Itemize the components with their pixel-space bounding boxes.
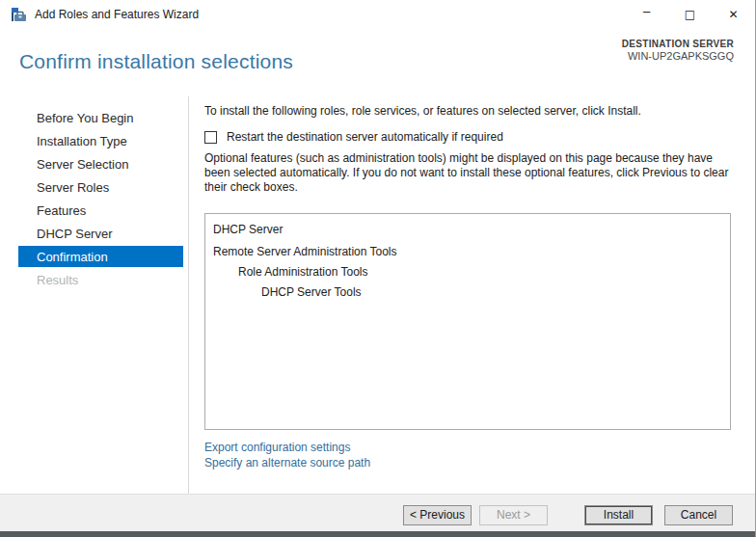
selected-features-listbox: DHCP Server Remote Server Administration… [204,213,731,430]
page-title: Confirm installation selections [19,50,293,73]
previous-button[interactable]: < Previous [403,505,472,525]
wizard-sidebar: Before You Begin Installation Type Serve… [0,96,189,494]
sidebar-item-features[interactable]: Features [18,199,183,222]
tree-item-rsat: Remote Server Administration Tools [213,242,722,262]
sidebar-item-dhcp-server[interactable]: DHCP Server [18,222,183,245]
destination-server-block: DESTINATION SERVER WIN-UP2GAPKSGGQ [622,38,734,63]
close-button[interactable]: ✕ [712,0,755,29]
toolbox-icon [11,7,27,22]
maximize-button[interactable]: □ [668,0,712,29]
sidebar-item-server-selection[interactable]: Server Selection [18,152,183,175]
wizard-content: To install the following roles, role ser… [190,96,755,494]
sidebar-item-before-you-begin[interactable]: Before You Begin [18,106,183,129]
restart-checkbox[interactable] [204,131,217,144]
install-button[interactable]: Install [584,505,653,525]
title-bar: Add Roles and Features Wizard ─ □ ✕ [0,0,755,29]
sidebar-item-confirmation[interactable]: Confirmation [18,246,183,267]
tree-item-dhcp-server-tools: DHCP Server Tools [213,282,722,303]
sidebar-item-installation-type[interactable]: Installation Type [18,129,183,152]
export-configuration-link[interactable]: Export configuration settings [204,440,370,455]
wizard-steps-list: Before You Begin Installation Type Serve… [0,96,188,291]
optional-features-note: Optional features (such as administratio… [204,151,741,195]
wizard-window: Add Roles and Features Wizard ─ □ ✕ Conf… [0,0,756,537]
destination-server-label: DESTINATION SERVER [622,38,734,50]
sidebar-item-results: Results [18,268,183,291]
footer-links: Export configuration settings Specify an… [204,440,370,470]
window-title: Add Roles and Features Wizard [35,8,199,21]
restart-checkbox-label[interactable]: Restart the destination server automatic… [227,130,503,144]
alternate-source-path-link[interactable]: Specify an alternate source path [204,455,370,470]
destination-server-name: WIN-UP2GAPKSGGQ [622,50,734,63]
tree-item-dhcp-server: DHCP Server [213,220,722,240]
restart-checkbox-row: Restart the destination server automatic… [204,130,503,144]
tree-item-role-admin-tools: Role Administration Tools [213,262,722,282]
minimize-button[interactable]: ─ [625,0,668,29]
cancel-button[interactable]: Cancel [664,505,733,525]
intro-text: To install the following roles, role ser… [204,104,641,118]
sidebar-item-server-roles[interactable]: Server Roles [18,175,183,199]
page-header: Confirm installation selections DESTINAT… [0,29,755,96]
wizard-footer: < Previous Next > Install Cancel [0,494,755,531]
bottom-edge-strip [0,531,755,537]
next-button: Next > [479,505,548,525]
